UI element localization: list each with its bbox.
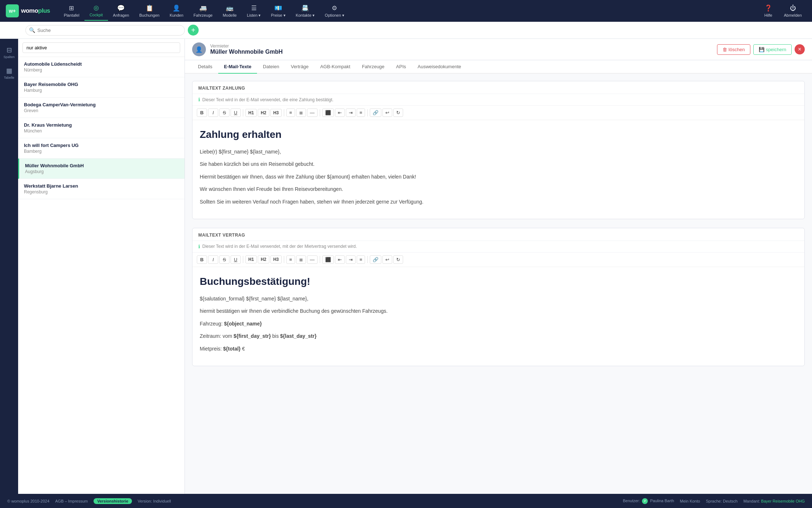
list-item[interactable]: Bodega CamperVan-Vermietung Greven [18,98,185,118]
tab-apis[interactable]: APIs [390,60,412,74]
content-header: 👤 Vermieter Müller Wohnmobile GmbH 🗑 lös… [185,39,812,60]
toolbar-h3[interactable]: H3 [270,109,282,117]
list-item[interactable]: Bayer Reisemobile OHG Hamburg [18,77,185,98]
nav-item-cockpit[interactable]: ◎ Cockpit [84,1,108,21]
toolbar2-redo[interactable]: ↻ [393,255,403,264]
toolbar-redo[interactable]: ↻ [393,108,403,117]
toolbar2-align-center[interactable]: ⇤ [335,255,345,264]
toolbar-ol[interactable]: ≣ [296,108,306,117]
zahlung-p4: Wir wünschen Ihnen viel Freude bei Ihren… [200,185,797,193]
toolbar-sep2 [284,109,284,116]
toolbar-hr[interactable]: — [307,108,318,117]
close-button[interactable]: × [795,44,805,54]
toolbar-undo[interactable]: ↩ [382,108,392,117]
toolbar2-strikethrough[interactable]: S [219,255,229,264]
toolbar2-italic[interactable]: I [208,255,218,264]
toolbar2-align-right[interactable]: ⇥ [346,255,356,264]
toolbar-underline[interactable]: U [231,108,241,117]
tab-dateien[interactable]: Dateien [257,60,285,74]
zahlung-p5: Sollten Sie im weiteren Verlauf noch Fra… [200,198,797,206]
footer-copyright: © womoplus 2010-2024 [7,499,49,503]
vertrag-heading: Buchungsbestätigung! [200,276,797,287]
nav-item-plantafel[interactable]: ⊞ Plantafel [59,1,84,20]
listen-icon: ☰ [251,4,257,12]
cockpit-icon: ◎ [94,4,99,12]
nav-item-fahrzeuge[interactable]: 🚐 Fahrzeuge [188,1,218,20]
nav-item-hilfe[interactable]: ❓ Hilfe [760,1,776,20]
hilfe-icon: ❓ [765,4,772,12]
editor-content-vertrag[interactable]: Buchungsbestätigung! ${salutation_formal… [192,267,804,366]
toolbar2-bold[interactable]: B [197,255,207,264]
toolbar-link[interactable]: 🔗 [370,108,381,117]
list-item-name: Bodega CamperVan-Vermietung [24,102,179,107]
footer-mandant: Mandant: Bayer Reisemobile OHG [743,499,805,503]
list-panel: nur aktive alle inaktive Automobile Lüde… [18,39,185,494]
save-button[interactable]: 💾 speichern [753,44,792,55]
nav-item-anfragen[interactable]: 💬 Anfragen [108,1,134,20]
search-input[interactable] [25,25,185,36]
toolbar-h1[interactable]: H1 [245,109,257,117]
tab-details[interactable]: Details [192,60,218,74]
filter-select[interactable]: nur aktive alle inaktive [22,42,180,53]
toolbar-align-left[interactable]: ⬛ [322,108,334,117]
list-filter: nur aktive alle inaktive [18,39,185,57]
nav-item-preise[interactable]: 💶 Preise ▾ [266,1,290,21]
nav-item-kontakte[interactable]: 📇 Kontakte ▾ [291,1,320,21]
nav-item-optionen[interactable]: ⚙ Optionen ▾ [320,1,349,21]
toolbar-bold[interactable]: B [197,108,207,117]
logo[interactable]: w+ womoplus [6,4,50,17]
delete-button[interactable]: 🗑 löschen [717,44,750,55]
list-item[interactable]: Werkstatt Bjarne Larsen Regensburg [18,179,185,199]
footer: © womoplus 2010-2024 AGB – Impressum Ver… [0,494,812,508]
list-item[interactable]: Ich will fort Campers UG Bamberg [18,138,185,159]
mein-konto-link[interactable]: Mein Konto [680,499,700,503]
delete-icon: 🗑 [722,47,727,52]
toolbar-justify[interactable]: ≡ [357,108,365,117]
editor-section-zahlung: MAILTEXT ZAHLUNG ℹ Dieser Text wird in d… [192,81,805,219]
sidebar-tabelle-button[interactable]: ▦ Tabelle [1,64,17,82]
toolbar-align-center[interactable]: ⇤ [335,108,345,117]
list-item[interactable]: Dr. Kraus Vermietung München [18,118,185,138]
toolbar2-ol[interactable]: ≣ [296,255,306,264]
nav-item-abmelden[interactable]: ⏻ Abmelden [779,2,806,20]
toolbar2-h1[interactable]: H1 [245,255,257,263]
list-item-city: Hamburg [24,88,179,93]
toolbar-italic[interactable]: I [208,108,218,117]
search-add-button[interactable]: + [188,25,199,36]
tab-vertraege[interactable]: Verträge [285,60,314,74]
mandant-link[interactable]: Bayer Reisemobile OHG [761,499,805,503]
list-item-active[interactable]: Müller Wohnmobile GmbH Augsburg [18,159,185,179]
toolbar2-underline[interactable]: U [231,255,241,264]
sidebar-spalten-button[interactable]: ⊟ Spalten [1,43,17,62]
toolbar-sep [243,109,243,116]
save-icon: 💾 [759,47,765,52]
nav-item-listen[interactable]: ☰ Listen ▾ [242,1,266,21]
toolbar2-ul[interactable]: ≡ [286,255,295,264]
toolbar2-justify[interactable]: ≡ [357,255,365,264]
list-item-city: Regensburg [24,189,179,194]
toolbar-h2[interactable]: H2 [258,109,269,117]
tab-ausweisdokumente[interactable]: Ausweisedokumente [412,60,467,74]
toolbar-strikethrough[interactable]: S [219,108,229,117]
buchungen-icon: 📋 [146,4,153,12]
version-badge[interactable]: Versionshistorie [94,498,132,504]
nav-item-modelle[interactable]: 🚌 Modelle [218,1,242,20]
toolbar2-align-left[interactable]: ⬛ [322,255,334,264]
toolbar2-link[interactable]: 🔗 [370,255,381,264]
nav-item-kunden[interactable]: 👤 Kunden [165,1,188,20]
toolbar2-undo[interactable]: ↩ [382,255,392,264]
modelle-icon: 🚌 [226,4,233,12]
editor-content-zahlung[interactable]: Zahlung erhalten Liebe(r) ${first_name} … [192,120,804,219]
toolbar-align-right[interactable]: ⇥ [346,108,356,117]
list-item[interactable]: Automobile Lüdenscheidt Nürnberg [18,57,185,77]
toolbar-ul[interactable]: ≡ [286,108,295,117]
nav-item-buchungen[interactable]: 📋 Buchungen [134,1,165,20]
toolbar2-hr[interactable]: — [307,255,318,264]
tab-agb-kompakt[interactable]: AGB-Kompakt [314,60,356,74]
tab-email-texte[interactable]: E-Mail-Texte [218,60,257,74]
tab-fahrzeuge[interactable]: Fahrzeuge [356,60,390,74]
toolbar2-h3[interactable]: H3 [270,255,282,263]
toolbar2-h2[interactable]: H2 [258,255,269,263]
footer-agb-link[interactable]: AGB – Impressum [55,499,88,503]
section-info-zahlung: ℹ Dieser Text wird in der E-Mail verwend… [192,94,804,106]
